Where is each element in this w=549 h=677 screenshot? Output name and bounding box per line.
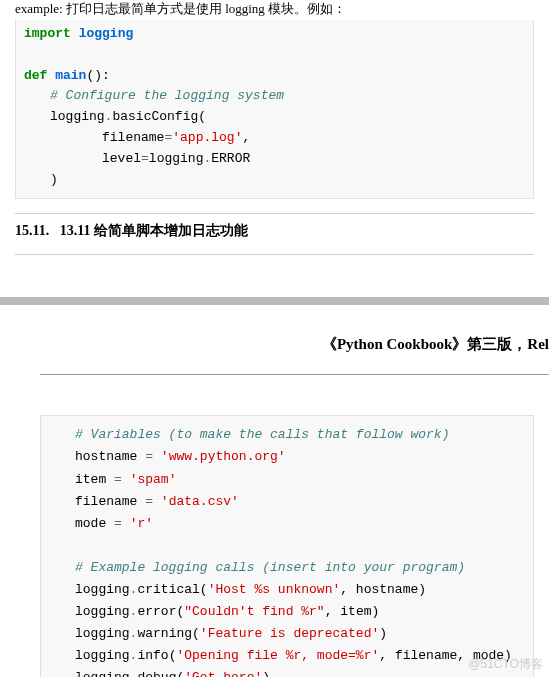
paren-close: ) <box>262 670 270 677</box>
mod-logging: logging <box>79 26 134 41</box>
paren: (): <box>86 68 109 83</box>
code-block-2: # Variables (to make the calls that foll… <box>40 415 534 677</box>
var-mode: mode <box>75 516 114 531</box>
page-gap <box>15 254 534 305</box>
section-number: 15.11. <box>15 223 49 238</box>
str-spam: 'spam' <box>122 472 177 487</box>
args: , hostname) <box>340 582 426 597</box>
str-got-here: 'Got here' <box>184 670 262 677</box>
str-applog: 'app.log' <box>172 130 242 145</box>
arg-level: level <box>102 151 141 166</box>
comment-example: # Example logging calls (insert into you… <box>75 560 465 575</box>
paren-close: ) <box>379 626 387 641</box>
fn-basicconfig: basicConfig( <box>112 109 206 124</box>
kw-import: import <box>24 26 71 41</box>
context-text: example: 打印日志最简单方式是使用 logging 模块。例如： <box>0 0 549 18</box>
eq: = <box>141 151 149 166</box>
paren-close: ) <box>50 172 58 187</box>
fn-info: info( <box>137 648 176 663</box>
fn-debug: debug( <box>137 670 184 677</box>
str-r: 'r' <box>122 516 153 531</box>
eq: = <box>145 449 153 464</box>
eq: = <box>145 494 153 509</box>
eq: = <box>114 516 122 531</box>
header-rule <box>40 374 549 375</box>
obj-logging: logging <box>149 151 204 166</box>
var-filename: filename <box>75 494 145 509</box>
watermark: @51CTO博客 <box>468 656 543 673</box>
str-datacsv: 'data.csv' <box>153 494 239 509</box>
str-deprecated: 'Feature is deprecated' <box>200 626 379 641</box>
var-item: item <box>75 472 114 487</box>
obj-logging: logging <box>75 582 130 597</box>
var-hostname: hostname <box>75 449 145 464</box>
obj-logging: logging <box>50 109 105 124</box>
str-couldnt-find: "Couldn't find %r" <box>184 604 324 619</box>
comma: , <box>242 130 250 145</box>
str-host-unknown: 'Host %s unknown' <box>208 582 341 597</box>
eq: = <box>114 472 122 487</box>
section-heading: 15.11. 13.11 给简单脚本增加日志功能 <box>15 213 534 240</box>
obj-logging: logging <box>75 670 130 677</box>
fn-warning: warning( <box>137 626 199 641</box>
comment: # Configure the logging system <box>50 88 284 103</box>
section-title: 13.11 给简单脚本增加日志功能 <box>60 223 248 238</box>
fn-critical: critical( <box>137 582 207 597</box>
obj-logging: logging <box>75 604 130 619</box>
code-block-1: import logging def main(): # Configure t… <box>15 20 534 199</box>
fn-error: error( <box>137 604 184 619</box>
args: , item) <box>325 604 380 619</box>
arg-filename: filename <box>102 130 164 145</box>
str-host: 'www.python.org' <box>153 449 286 464</box>
obj-logging: logging <box>75 626 130 641</box>
obj-logging: logging <box>75 648 130 663</box>
fn-main: main <box>55 68 86 83</box>
page-header-title: 《Python Cookbook》第三版，Rel <box>0 305 549 374</box>
kw-def: def <box>24 68 47 83</box>
comment-vars: # Variables (to make the calls that foll… <box>75 427 449 442</box>
str-opening-file: 'Opening file %r, mode=%r' <box>176 648 379 663</box>
const-error: ERROR <box>211 151 250 166</box>
